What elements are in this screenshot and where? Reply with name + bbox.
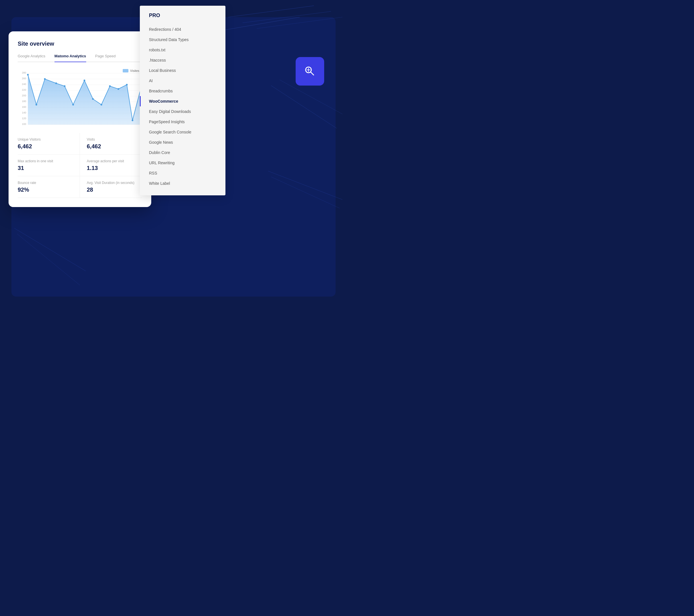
menu-item-htaccess[interactable]: .htaccess xyxy=(140,55,225,65)
stat-unique-visitors: Unique Visitors 6,462 xyxy=(18,133,80,154)
menu-item-google-search-console[interactable]: Google Search Console xyxy=(140,127,225,137)
menu-item-white-label[interactable]: White Label xyxy=(140,178,225,188)
search-icon xyxy=(303,64,317,78)
menu-item-rss[interactable]: RSS xyxy=(140,168,225,178)
menu-item-local-business[interactable]: Local Business xyxy=(140,65,225,76)
stat-bounce-rate-label: Bounce rate xyxy=(18,181,73,185)
menu-item-dublin-core[interactable]: Dublin Core xyxy=(140,147,225,158)
tab-google-analytics[interactable]: Google Analytics xyxy=(18,54,45,62)
search-button[interactable] xyxy=(296,57,324,86)
tab-page-speed[interactable]: Page Speed xyxy=(95,54,116,62)
menu-item-robots-txt[interactable]: robots.txt xyxy=(140,45,225,55)
chart-legend: Visites xyxy=(123,69,139,72)
stat-max-actions: Max actions in one visit 31 xyxy=(18,154,80,176)
svg-text:180: 180 xyxy=(22,100,26,102)
svg-line-0 xyxy=(228,6,314,17)
site-overview-card: Site overview Google Analytics Matomo An… xyxy=(8,31,151,207)
svg-text:100: 100 xyxy=(22,123,26,126)
svg-point-35 xyxy=(64,85,66,87)
pro-menu: PRO Redirections / 404 Structured Data T… xyxy=(140,6,225,195)
svg-point-37 xyxy=(84,79,85,81)
svg-text:280: 280 xyxy=(22,71,26,74)
stat-visits-value: 6,462 xyxy=(87,143,142,150)
menu-item-url-rewriting[interactable]: URL Rewriting xyxy=(140,158,225,168)
svg-point-32 xyxy=(35,104,37,106)
stat-unique-visitors-value: 6,462 xyxy=(18,143,73,150)
stat-unique-visitors-label: Unique Visitors xyxy=(18,137,73,142)
stat-max-actions-value: 31 xyxy=(18,165,73,171)
stat-avg-actions: Average actions per visit 1.13 xyxy=(80,154,142,176)
menu-item-pagespeed[interactable]: PageSpeed Insights xyxy=(140,117,225,127)
menu-item-woocommerce[interactable]: WooCommerce xyxy=(140,96,225,106)
svg-point-38 xyxy=(92,98,94,100)
stats-grid: Unique Visitors 6,462 Visits 6,462 Max a… xyxy=(18,133,142,198)
pro-menu-title: PRO xyxy=(140,13,225,24)
svg-point-34 xyxy=(55,82,57,84)
tabs-container: Google Analytics Matomo Analytics Page S… xyxy=(18,54,142,62)
svg-point-43 xyxy=(131,119,133,121)
tab-matomo-analytics[interactable]: Matomo Analytics xyxy=(55,54,86,62)
stat-max-actions-label: Max actions in one visit xyxy=(18,159,73,163)
svg-text:160: 160 xyxy=(22,106,26,108)
menu-item-ai[interactable]: AI xyxy=(140,76,225,86)
stat-bounce-rate-value: 92% xyxy=(18,187,73,193)
stat-visits: Visits 6,462 xyxy=(80,133,142,154)
menu-item-google-news[interactable]: Google News xyxy=(140,137,225,147)
svg-point-40 xyxy=(109,85,111,87)
svg-text:220: 220 xyxy=(22,88,26,91)
stat-visits-label: Visits xyxy=(87,137,142,142)
stat-avg-actions-value: 1.13 xyxy=(87,165,142,171)
stat-bounce-rate: Bounce rate 92% xyxy=(18,176,80,198)
stat-avg-duration-value: 28 xyxy=(87,187,142,193)
menu-item-breadcrumbs[interactable]: Breadcrumbs xyxy=(140,86,225,96)
stat-avg-duration: Avg. Visit Duration (in seconds) 28 xyxy=(80,176,142,198)
svg-text:120: 120 xyxy=(22,117,26,120)
svg-text:240: 240 xyxy=(22,83,26,86)
stat-avg-duration-label: Avg. Visit Duration (in seconds) xyxy=(87,181,142,185)
svg-line-46 xyxy=(310,72,314,75)
svg-point-39 xyxy=(101,104,102,106)
menu-item-redirections[interactable]: Redirections / 404 xyxy=(140,24,225,35)
svg-point-41 xyxy=(117,88,119,90)
stat-avg-actions-label: Average actions per visit xyxy=(87,159,142,163)
svg-text:140: 140 xyxy=(22,111,26,114)
chart-area: Visites 280 260 240 220 200 180 160 140 … xyxy=(18,69,142,126)
legend-label: Visites xyxy=(130,69,139,72)
chart-svg: 280 260 240 220 200 180 160 140 120 100 xyxy=(18,69,142,126)
svg-point-42 xyxy=(126,84,128,86)
card-title: Site overview xyxy=(18,40,142,47)
menu-item-structured-data[interactable]: Structured Data Types xyxy=(140,35,225,45)
legend-color-box xyxy=(123,69,128,72)
svg-point-36 xyxy=(72,104,74,106)
svg-text:260: 260 xyxy=(22,77,26,80)
svg-point-31 xyxy=(27,74,29,76)
svg-point-33 xyxy=(44,78,45,80)
svg-text:200: 200 xyxy=(22,94,26,97)
menu-item-edd[interactable]: Easy Digital Downloads xyxy=(140,106,225,117)
